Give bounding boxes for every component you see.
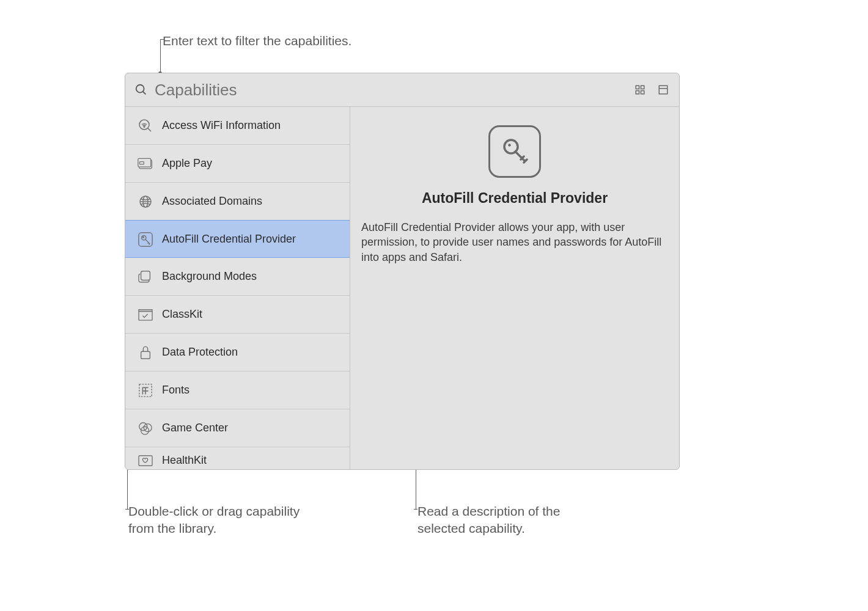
svg-rect-22: [139, 309, 152, 311]
capabilities-list[interactable]: Access WiFi Information Apple Pay: [125, 107, 350, 469]
callout-library-line1: Double-click or drag capability: [128, 504, 300, 518]
callout-tick: [414, 509, 417, 510]
search-input[interactable]: [150, 81, 625, 100]
capability-item-autofill[interactable]: AutoFill Credential Provider: [125, 220, 350, 258]
svg-line-10: [148, 128, 151, 131]
capability-label: Fonts: [158, 384, 350, 397]
detail-description: AutoFill Credential Provider allows your…: [361, 220, 668, 265]
search-bar: [125, 73, 679, 107]
capability-label: Apple Pay: [158, 157, 350, 170]
detail-title: AutoFill Credential Provider: [422, 190, 608, 207]
capability-item-classkit[interactable]: ClassKit: [125, 296, 350, 334]
svg-rect-2: [636, 86, 639, 89]
callout-filter-text: Enter text to filter the capabilities.: [163, 32, 351, 49]
game-center-icon: [133, 421, 158, 436]
svg-rect-4: [636, 91, 639, 94]
capability-label: ClassKit: [158, 308, 350, 321]
capability-item-applepay[interactable]: Apple Pay: [125, 145, 350, 183]
capability-item-background[interactable]: Background Modes: [125, 258, 350, 296]
capability-item-fonts[interactable]: Fonts: [125, 371, 350, 409]
svg-point-0: [136, 85, 144, 93]
callout-desc-line2: selected capability.: [417, 521, 525, 535]
split-view-button[interactable]: [655, 81, 672, 98]
svg-point-30: [508, 144, 510, 146]
capabilities-panel: Access WiFi Information Apple Pay: [125, 73, 680, 470]
classkit-icon: [133, 308, 158, 321]
svg-point-9: [144, 126, 145, 127]
capability-label: Background Modes: [158, 270, 350, 283]
svg-rect-5: [641, 91, 644, 94]
key-icon: [133, 232, 158, 247]
capability-label: AutoFill Credential Provider: [158, 233, 350, 246]
capability-label: Data Protection: [158, 346, 350, 359]
capability-item-domains[interactable]: Associated Domains: [125, 183, 350, 221]
capability-label: Associated Domains: [158, 195, 350, 208]
capability-detail: AutoFill Credential Provider AutoFill Cr…: [350, 107, 679, 469]
background-modes-icon: [133, 269, 158, 284]
panel-content: Access WiFi Information Apple Pay: [125, 107, 679, 469]
svg-rect-20: [141, 271, 150, 280]
capability-item-healthkit[interactable]: HealthKit: [125, 447, 350, 469]
svg-line-1: [143, 92, 146, 95]
svg-rect-28: [139, 455, 152, 466]
search-icon: [133, 83, 150, 97]
fonts-icon: [133, 383, 158, 398]
svg-point-8: [139, 120, 149, 130]
capability-label: HealthKit: [158, 454, 350, 467]
lock-icon: [133, 345, 158, 360]
callout-desc-text: Read a description of the selected capab…: [417, 503, 560, 538]
svg-point-19: [142, 236, 144, 238]
svg-rect-6: [659, 86, 668, 94]
grid-view-button[interactable]: [631, 81, 649, 98]
svg-rect-23: [141, 351, 150, 359]
callout-line: [160, 39, 161, 72]
svg-rect-3: [641, 86, 644, 89]
callout-desc-line1: Read a description of the: [417, 504, 560, 518]
callout-library-line2: from the library.: [128, 521, 216, 535]
detail-header: AutoFill Credential Provider: [361, 125, 668, 207]
wifi-search-icon: [133, 119, 158, 133]
capability-label: Game Center: [158, 422, 350, 434]
callout-library-text: Double-click or drag capability from the…: [128, 503, 300, 538]
healthkit-icon: [133, 454, 158, 467]
callout-tick: [125, 509, 129, 510]
capability-label: Access WiFi Information: [158, 119, 350, 132]
capability-item-dataprotection[interactable]: Data Protection: [125, 334, 350, 371]
globe-icon: [133, 194, 158, 209]
capability-item-gamecenter[interactable]: Game Center: [125, 409, 350, 447]
detail-key-icon: [488, 125, 541, 178]
capability-item-wifi[interactable]: Access WiFi Information: [125, 107, 350, 145]
apple-pay-icon: [133, 158, 158, 170]
